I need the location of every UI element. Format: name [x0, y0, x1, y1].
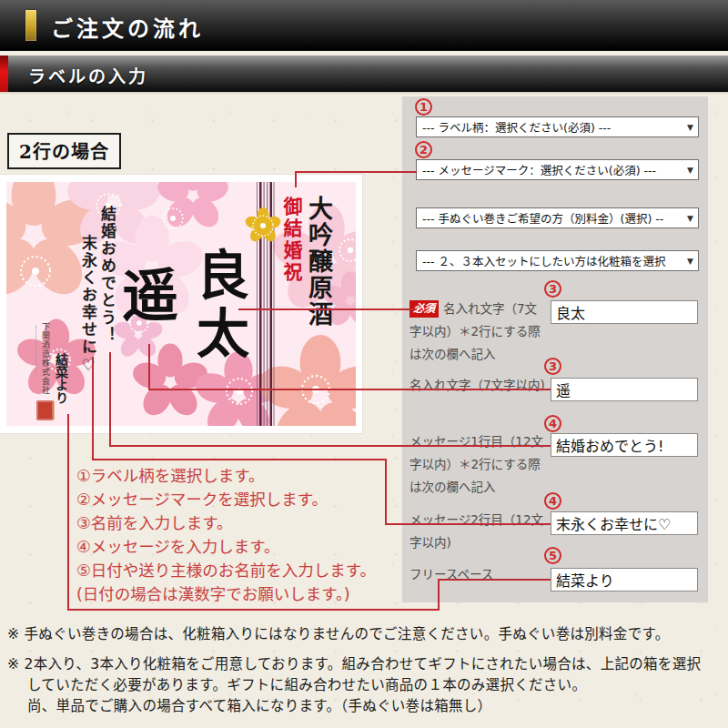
connector-line	[109, 352, 111, 447]
connector-line	[148, 389, 551, 390]
connector-line	[92, 459, 387, 460]
step-number-4b: 4	[544, 492, 561, 510]
step-number-3: 3	[544, 280, 561, 298]
label-name-line2: 遥	[116, 266, 173, 322]
page: ご注文の流れ ラベルの入力 2行の場合	[0, 0, 728, 728]
step-number-5: 5	[544, 547, 561, 564]
field-label-text: メッセージ1行目（12文字以内）＊2行にする際は次の欄へ記入	[410, 434, 543, 494]
chevron-down-icon: ▼	[687, 214, 693, 223]
connector-line	[67, 609, 440, 611]
connector-line	[385, 459, 387, 525]
field-label-name1: 必須名入れ文字（7文字以内）＊2行にする際は次の欄へ記入	[410, 298, 548, 366]
connector-line	[385, 523, 551, 525]
label-company-name: 下関酒造株式会社	[41, 322, 49, 395]
case-label-box: 2行の場合	[7, 133, 121, 169]
instruction-step-4: ④メッセージを入力します。	[76, 535, 376, 559]
message-line2-input[interactable]	[551, 511, 698, 535]
app-header: ご注文の流れ	[0, 0, 728, 51]
section-header: ラベルの入力	[0, 56, 728, 94]
field-label-message1: メッセージ1行目（12文字以内）＊2行にする際は次の欄へ記入	[410, 430, 548, 499]
instruction-step-note: (日付の場合は漢数字でお願いします。)	[76, 582, 376, 606]
message-mark-select[interactable]: --- メッセージマーク：選択ください(必須) --- ▼	[416, 159, 699, 180]
instruction-step-3: ③名前を入力します。	[76, 511, 376, 535]
step-number-1: 1	[415, 98, 432, 116]
instruction-step-1: ①ラベル柄を選択します。	[76, 464, 376, 488]
label-sender-name: 結菜より	[55, 353, 67, 404]
instruction-step-5: ⑤日付や送り主様のお名前を入力します。	[76, 559, 376, 582]
field-label-message2: メッセージ2行目（12文字以内)	[410, 509, 548, 554]
message-line1-input[interactable]	[551, 433, 698, 457]
note-giftbox-line1: ※ 2本入り、3本入り化粧箱をご用意しております。組み合わせてギフトにされたい場…	[7, 652, 701, 672]
free-space-input[interactable]	[551, 568, 698, 592]
label-ribbon-text: 御結婚祝	[282, 197, 301, 284]
connector-line	[438, 580, 440, 611]
select-value: --- ２、３本入セットにしたい方は化粧箱を選択	[422, 252, 682, 269]
red-accent-bar	[0, 56, 8, 92]
gift-box-select[interactable]: --- ２、３本入セットにしたい方は化粧箱を選択 ▼	[416, 250, 699, 271]
note-giftbox-line2: していただく必要があります。ギフトに組み合わせたい商品の１本のみ選択ください。	[27, 673, 586, 693]
tenugui-wrap-select[interactable]: --- 手ぬぐい巻きご希望の方（別料金）(選択) -- ▼	[416, 207, 699, 228]
step-number-3b: 3	[544, 358, 561, 375]
label-fine-print	[35, 326, 38, 377]
select-value: --- メッセージマーク：選択ください(必須) ---	[422, 161, 682, 178]
note-tenugui: ※ 手ぬぐい巻きの場合は、化粧箱入りにはなりませんのでご注意ください。手ぬぐい巻…	[7, 622, 670, 642]
select-value: --- ラベル柄：選択ください(必須) ---	[422, 118, 682, 136]
note-giftbox-line3: 尚、単品でご購入の場合すべて箱入になります。（手ぬぐい巻は箱無し）	[27, 694, 491, 714]
page-title: ご注文の流れ	[51, 11, 204, 43]
instructions-list: ①ラベル柄を選択します。 ②メッセージマークを選択します。 ③名前を入力します。…	[76, 464, 376, 606]
label-pattern-select[interactable]: --- ラベル柄：選択ください(必須) --- ▼	[416, 116, 699, 137]
chevron-down-icon: ▼	[687, 166, 693, 175]
hanko-seal-icon	[36, 400, 54, 420]
field-label-text: メッセージ2行目（12文字以内)	[410, 512, 543, 550]
connector-line	[148, 344, 150, 390]
connector-line	[438, 579, 551, 581]
select-value: --- 手ぬぐい巻きご希望の方（別料金）(選択) --	[422, 209, 682, 227]
section-title: ラベルの入力	[28, 63, 148, 87]
field-label-name2: 名入れ文字（7文字以内)	[410, 374, 548, 397]
gold-accent-bar	[25, 10, 36, 41]
step-number-2: 2	[415, 141, 432, 158]
connector-line	[238, 308, 417, 310]
connector-line	[295, 171, 297, 187]
chevron-down-icon: ▼	[687, 123, 693, 132]
name-line2-input[interactable]	[551, 378, 698, 401]
label-message-line2: 末永くお幸せに♡	[80, 235, 96, 376]
chevron-down-icon: ▼	[687, 257, 693, 266]
name-line1-input[interactable]	[551, 300, 698, 324]
connector-line	[92, 357, 94, 460]
connector-line	[295, 171, 417, 173]
label-message-line1: 結婚おめでとう！	[99, 206, 115, 344]
connector-line	[109, 445, 551, 447]
label-name-line1: 良太	[192, 248, 245, 364]
field-label-freespace: フリースペース	[410, 563, 548, 586]
label-preview: 御結婚祝 大吟醸原酒 良太 遥 結婚おめでとう！ 末永くお幸せに♡ 下関酒造株式…	[0, 175, 362, 433]
instruction-step-2: ②メッセージマークを選択します。	[76, 488, 376, 511]
connector-line	[67, 414, 69, 611]
